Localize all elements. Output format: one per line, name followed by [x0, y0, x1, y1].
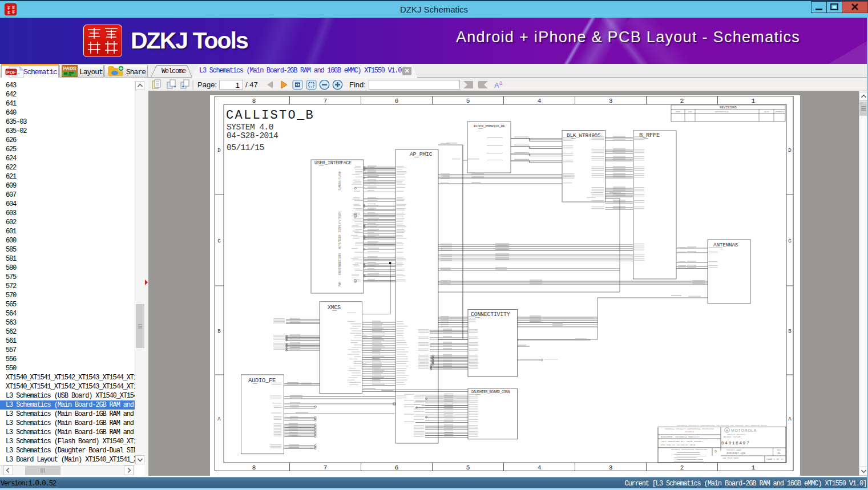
svg-text:AP_PMIC: AP_PMIC — [410, 151, 432, 157]
svg-text:SUB/CONNECTORS: SUB/CONNECTORS — [338, 253, 341, 275]
svg-text:3: 3 — [609, 98, 613, 104]
svg-text:4: 4 — [538, 98, 542, 104]
svg-text:SYSTEM 4.0: SYSTEM 4.0 — [227, 123, 273, 132]
svg-text:MOTOROLA SPECIALTY CONFIDENTIA: MOTOROLA SPECIALTY CONFIDENTIAL RESTRICT… — [665, 428, 713, 430]
svg-text:2: 2 — [680, 98, 684, 104]
svg-text:04-S28-2014: 04-S28-2014 — [227, 131, 278, 140]
svg-text:7: 7 — [324, 98, 328, 104]
svg-text:MOTOROLA SPECIALTY CONFIDENTIA: MOTOROLA SPECIALTY CONFIDENTIAL RESTRICT… — [677, 424, 766, 427]
svg-text:CAD FILE NAME: CAD FILE NAME — [722, 457, 738, 459]
svg-text:PAGE 1 OF 47: PAGE 1 OF 47 — [766, 458, 784, 460]
svg-text:BLOCK_MSM8916_RF: BLOCK_MSM8916_RF — [474, 124, 505, 128]
svg-text:DATE: DATE — [764, 111, 769, 113]
svg-text:APPROVED: APPROVED — [775, 111, 784, 113]
svg-text:C: C — [788, 238, 792, 244]
svg-text:6: 6 — [395, 464, 399, 471]
svg-text:a: a — [499, 80, 503, 86]
svg-text:CALLISTO_B: CALLISTO_B — [226, 108, 314, 123]
svg-text:A: A — [494, 81, 499, 90]
svg-text:1: 1 — [752, 464, 756, 471]
svg-text:8: 8 — [252, 464, 256, 471]
svg-text:PADS: PADS — [63, 66, 76, 71]
svg-text:REVISIONS: REVISIONS — [720, 106, 737, 110]
svg-text:PROJECT NAME: PROJECT NAME — [726, 449, 741, 451]
svg-text:D: D — [714, 449, 717, 453]
svg-text:CIR: CIR — [688, 111, 692, 113]
svg-text:BLOCK TITLE:: BLOCK TITLE: — [724, 435, 742, 438]
svg-text:REV: REV — [777, 449, 781, 451]
svg-text:DISPLAY/TOUCH: DISPLAY/TOUCH — [338, 212, 341, 232]
svg-text:6: 6 — [395, 98, 399, 104]
svg-text:DAUGHTER_BOARD_CONN: DAUGHTER_BOARD_CONN — [471, 390, 510, 394]
svg-text:B_RFFE: B_RFFE — [639, 132, 660, 139]
svg-text:D: D — [217, 148, 220, 153]
svg-text:A: A — [788, 416, 792, 422]
svg-text:ZONE: ZONE — [676, 111, 681, 113]
svg-text:B: B — [217, 329, 221, 334]
svg-text:4: 4 — [538, 464, 542, 471]
svg-text:D: D — [788, 148, 791, 153]
svg-text:LAST MODIFIED BY: NATE CONNEL: LAST MODIFIED BY: NATE CONNELL — [661, 440, 704, 443]
svg-text:MOTOROLA CONFIDENTIAL PROPRIET: MOTOROLA CONFIDENTIAL PROPRIETARY — [671, 448, 707, 451]
svg-text:MOTOROLA: MOTOROLA — [731, 428, 757, 432]
svg-text:05/11/15: 05/11/15 — [227, 143, 264, 152]
svg-text:B: B — [788, 329, 792, 334]
svg-text:5: 5 — [466, 464, 470, 471]
svg-text:1: 1 — [752, 98, 756, 104]
svg-text:3: 3 — [609, 464, 613, 471]
svg-text:84016407.cpm: 84016407.cpm — [726, 452, 745, 455]
svg-text:Thu May 11 14:19:47 2015: Thu May 11 14:19:47 2015 — [661, 444, 696, 446]
svg-text:PDF: PDF — [6, 70, 16, 75]
svg-text:PWR: PWR — [338, 282, 341, 287]
svg-text:USER_INTERFACE: USER_INTERFACE — [314, 160, 352, 165]
svg-text:M: M — [726, 429, 728, 433]
svg-text:DESCRIPTION: DESCRIPTION — [715, 111, 729, 113]
svg-text:C: C — [217, 238, 221, 244]
svg-text:84016407: 84016407 — [721, 440, 750, 446]
svg-text:KEYS/LEDS: KEYS/LEDS — [338, 234, 341, 249]
svg-text:2: 2 — [680, 464, 684, 471]
svg-text:ENGINEER: MOTOROLA MOBILITY: ENGINEER: MOTOROLA MOBILITY — [661, 436, 700, 438]
svg-text:7: 7 — [324, 464, 328, 471]
svg-text:8: 8 — [252, 98, 256, 104]
svg-text:01: 01 — [777, 452, 781, 455]
svg-text:XMCS: XMCS — [328, 305, 341, 311]
svg-text:CONNECTIVITY: CONNECTIVITY — [471, 311, 510, 318]
svg-text:MOTOROLA: MOTOROLA — [685, 431, 695, 433]
svg-text:5: 5 — [466, 98, 470, 104]
svg-text:CAMERA/FLASH: CAMERA/FLASH — [338, 171, 341, 190]
svg-text:A: A — [217, 416, 221, 422]
